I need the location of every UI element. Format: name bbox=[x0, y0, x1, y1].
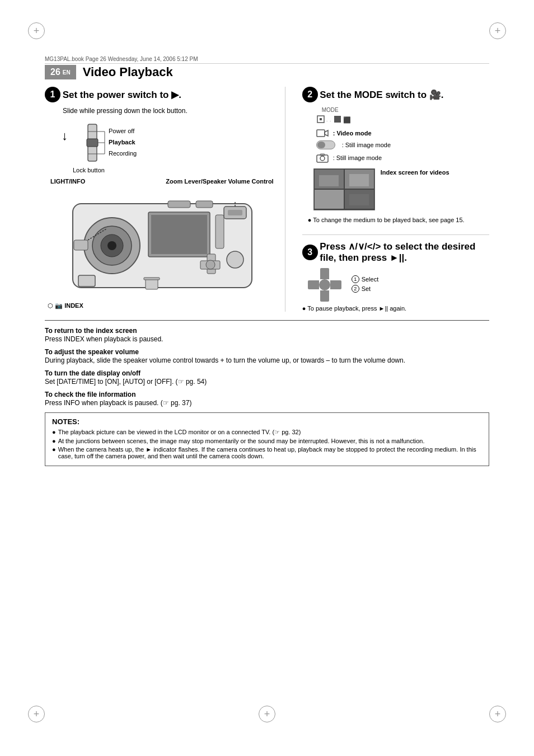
svg-rect-4 bbox=[87, 139, 98, 147]
svg-rect-28 bbox=[144, 278, 160, 280]
svg-rect-49 bbox=[319, 195, 339, 205]
reg-mark-bottom-left bbox=[28, 706, 45, 722]
svg-rect-15 bbox=[151, 215, 207, 254]
svg-rect-32 bbox=[320, 118, 322, 120]
instruction-3-title: To turn the date display on/off bbox=[45, 369, 140, 377]
step2-badge: 2 bbox=[302, 87, 318, 102]
instruction-4-text: Press INFO when playback is paused. (☞ p… bbox=[45, 399, 191, 407]
instruction-2-text: During playback, slide the speaker volum… bbox=[45, 356, 405, 364]
instruction-2: To adjust the speaker volume During play… bbox=[45, 348, 489, 364]
svg-rect-35 bbox=[334, 116, 341, 123]
svg-rect-20 bbox=[228, 210, 242, 215]
still-icon-row: : Still image mode bbox=[316, 153, 489, 163]
instructions-section: To return to the index screen Press INDE… bbox=[45, 326, 489, 407]
instruction-4-title: To check the file information bbox=[45, 391, 135, 398]
video-icon-small bbox=[316, 128, 329, 138]
instruction-1-title: To return to the index screen bbox=[45, 327, 137, 335]
svg-text:.: . bbox=[326, 118, 327, 123]
notes-title: NOTES: bbox=[52, 417, 482, 426]
svg-rect-37 bbox=[317, 130, 325, 137]
video-mode-label: : Video mode bbox=[333, 130, 372, 137]
arrow-down-icon: ↓ bbox=[62, 129, 68, 143]
step1-header: 1 Set the power switch to ▶. bbox=[45, 87, 274, 102]
step2-header: 2 Set the MODE switch to 🎥. bbox=[302, 87, 489, 102]
switch-diagram: ↓ bbox=[62, 120, 274, 173]
svg-text:⬛: ⬛ bbox=[343, 116, 351, 124]
step1-icon: ▶ bbox=[171, 90, 179, 100]
svg-rect-17 bbox=[196, 201, 213, 208]
index-screen-container: Index screen for videos bbox=[313, 168, 489, 212]
step2-column: 2 Set the MODE switch to 🎥. MODE . . ⬛ bbox=[297, 87, 489, 312]
svg-point-21 bbox=[227, 251, 243, 268]
notes-item-1: ● The playback picture can be viewed in … bbox=[52, 429, 482, 436]
page-title: Video Playback bbox=[83, 65, 173, 79]
notes-bullet-1: ● bbox=[52, 429, 56, 435]
svg-rect-47 bbox=[319, 175, 339, 186]
notes-bullet-2: ● bbox=[52, 438, 56, 444]
step1-subtitle: Slide while pressing down the lock butto… bbox=[63, 107, 274, 115]
step1-badge: 1 bbox=[45, 87, 60, 102]
circle-1: 1 bbox=[352, 275, 359, 283]
page-header: 26EN Video Playback bbox=[45, 62, 489, 83]
dpad-container bbox=[308, 268, 341, 302]
notes-box: NOTES: ● The playback picture can be vie… bbox=[45, 412, 489, 466]
dpad-up bbox=[320, 268, 329, 279]
page-number-suffix: EN bbox=[63, 69, 71, 76]
instruction-2-title: To adjust the speaker volume bbox=[45, 348, 139, 356]
step2-icon: 🎥 bbox=[429, 90, 441, 100]
step3-bullet-note: ● To pause playback, press ►|| again. bbox=[302, 305, 489, 312]
select-row: 1 Select bbox=[352, 275, 379, 283]
dpad-diagram: 1 Select 2 Set bbox=[308, 268, 489, 302]
notes-text-3: When the camera heats up, the ► indicato… bbox=[58, 446, 482, 459]
page-number: 26 bbox=[50, 67, 60, 77]
step2-bullet-note: ● To change the medium to be played back… bbox=[308, 217, 489, 223]
notes-text-2: At the junctions between scenes, the ima… bbox=[58, 438, 425, 444]
step1-column: 1 Set the power switch to ▶. Slide while… bbox=[45, 87, 285, 312]
toggle-switch bbox=[316, 140, 335, 149]
notes-text-1: The playback picture can be viewed in th… bbox=[58, 429, 301, 436]
svg-rect-26 bbox=[78, 275, 95, 287]
still-mode-label: : Still image mode bbox=[342, 142, 391, 148]
svg-point-13 bbox=[107, 241, 116, 250]
set-text: Set bbox=[362, 285, 371, 292]
video-mode-row: : Video mode bbox=[316, 128, 489, 138]
svg-rect-48 bbox=[349, 174, 369, 186]
step1-title: Set the power switch to ▶. bbox=[63, 89, 181, 101]
step3-title: Press ∧/∨/</> to select the desired file… bbox=[320, 241, 489, 264]
steps-1-2-row: 1 Set the power switch to ▶. Slide while… bbox=[45, 87, 489, 312]
lock-button-label: Lock button bbox=[73, 167, 274, 173]
camera-still-icon bbox=[316, 153, 329, 163]
svg-rect-25 bbox=[74, 240, 88, 250]
reg-mark-bottom-right bbox=[489, 706, 506, 722]
index-label: ⬡ 📷 INDEX bbox=[48, 302, 274, 309]
svg-marker-38 bbox=[325, 130, 328, 136]
svg-rect-27 bbox=[146, 279, 158, 289]
page-number-box: 26EN bbox=[45, 65, 76, 79]
zoom-lever-label: Zoom Lever/Speaker Volume Control bbox=[166, 178, 273, 185]
reg-mark-top-left bbox=[28, 22, 45, 39]
camera-svg bbox=[45, 187, 263, 299]
select-text: Select bbox=[362, 276, 379, 283]
circle-2: 2 bbox=[352, 285, 359, 293]
step3-header: 3 Press ∧/∨/</> to select the desired fi… bbox=[302, 241, 489, 264]
svg-rect-50 bbox=[349, 194, 369, 205]
step2-title: Set the MODE switch to 🎥. bbox=[320, 89, 443, 101]
step2-note-text: To change the medium to be played back, … bbox=[313, 217, 464, 223]
svg-text:.: . bbox=[330, 118, 331, 123]
step3-badge: 3 bbox=[302, 245, 318, 260]
main-divider bbox=[45, 320, 489, 321]
notes-item-3: ● When the camera heats up, the ► indica… bbox=[52, 446, 482, 459]
select-labels: 1 Select 2 Set bbox=[352, 275, 379, 294]
recording-label: Recording bbox=[109, 150, 137, 157]
step3-section: 3 Press ∧/∨/</> to select the desired fi… bbox=[302, 234, 489, 312]
mode-top-label: MODE bbox=[322, 107, 489, 113]
dpad-right bbox=[330, 280, 341, 289]
step2-mode-section: MODE . . ⬛ bbox=[308, 107, 489, 223]
dpad-left bbox=[308, 280, 319, 289]
playback-label: Playback bbox=[109, 139, 135, 145]
main-content: 1 Set the power switch to ▶. Slide while… bbox=[45, 87, 489, 644]
svg-rect-16 bbox=[168, 201, 190, 208]
index-screen-svg bbox=[313, 168, 375, 210]
still-mode-label2: : Still image mode bbox=[333, 154, 382, 161]
set-row: 2 Set bbox=[352, 285, 379, 293]
